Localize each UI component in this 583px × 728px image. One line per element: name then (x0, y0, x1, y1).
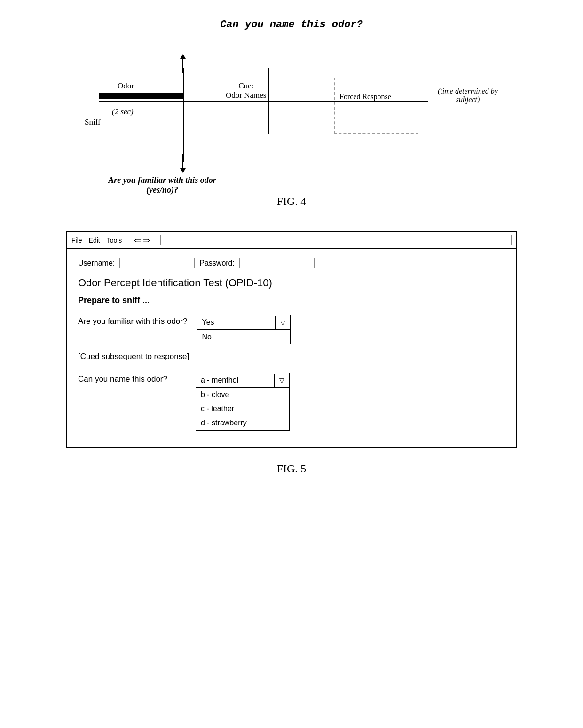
menu-edit[interactable]: Edit (89, 236, 100, 244)
name-dropdown-selected[interactable]: a - menthol ▽ (196, 373, 290, 388)
menu-file[interactable]: File (71, 236, 82, 244)
password-label: Password: (199, 259, 235, 267)
time-label: (time determined by subject) (428, 87, 508, 104)
duration-label: (2 sec) (112, 107, 134, 117)
arrow-up-top (180, 54, 186, 73)
odor-bar (99, 93, 183, 99)
name-option-d[interactable]: d - strawberry (196, 416, 289, 430)
forced-response-label: Forced Response (339, 93, 391, 101)
nav-forward-arrow[interactable]: ⇒ (143, 235, 150, 245)
fig4-caption: FIG. 4 (277, 195, 307, 208)
familiar-option-no[interactable]: No (197, 330, 290, 344)
odor-label: Odor (118, 81, 134, 91)
cue-label: Cue: Odor Names (226, 81, 266, 100)
browser-window: File Edit Tools ⇐ ⇒ Username: Password: … (66, 231, 517, 448)
familiar-selected-value: Yes (197, 315, 275, 329)
browser-content: Username: Password: Odor Percept Identif… (67, 249, 516, 447)
fig4-section: Can you name this odor? Odor (2 sec) Sni… (0, 0, 583, 231)
prepare-label: Prepare to sniff ... (78, 296, 505, 305)
familiar-question-label: Are you familiar with this odor? (78, 315, 187, 326)
familiar-question-row: Are you familiar with this odor? Yes ▽ N… (78, 315, 505, 344)
arrow-down-bot (180, 154, 186, 173)
login-row: Username: Password: (78, 258, 505, 268)
menu-items: File Edit Tools (71, 236, 122, 244)
fig4-diagram: Odor (2 sec) Sniff Cue: Odor Names Force… (80, 40, 503, 181)
name-dropdown-options: b - clove c - leather d - strawberry (196, 388, 290, 431)
password-input[interactable] (239, 258, 315, 268)
name-question-row: Can you name this odor? a - menthol ▽ b … (78, 373, 505, 431)
fig5-caption: FIG. 5 (277, 462, 307, 475)
familiar-dropdown-arrow-icon[interactable]: ▽ (275, 316, 290, 329)
app-title: Odor Percept Identification Test (OPID-1… (78, 277, 505, 289)
nav-arrows: ⇐ ⇒ (134, 235, 150, 245)
fig4-title: Can you name this odor? (220, 19, 363, 31)
cued-label: [Cued subsequent to response] (78, 352, 505, 361)
forced-response-box (334, 78, 418, 134)
fig5-section: File Edit Tools ⇐ ⇒ Username: Password: … (0, 231, 583, 494)
vline-right (268, 68, 269, 134)
vline-left (183, 68, 184, 162)
familiar-dropdown[interactable]: Yes ▽ No (197, 315, 291, 344)
name-selected-value: a - menthol (196, 373, 274, 387)
address-bar[interactable] (160, 235, 512, 245)
familiar-dropdown-options: No (197, 330, 291, 344)
browser-menubar: File Edit Tools ⇐ ⇒ (67, 232, 516, 249)
familiar-question-fig4: Are you familiar with this odor (yes/no)… (106, 175, 219, 195)
name-dropdown-arrow-icon[interactable]: ▽ (274, 374, 289, 387)
name-option-b[interactable]: b - clove (196, 388, 289, 402)
username-label: Username: (78, 259, 115, 267)
nav-back-arrow[interactable]: ⇐ (134, 235, 141, 245)
familiar-dropdown-selected[interactable]: Yes ▽ (197, 315, 291, 330)
name-dropdown[interactable]: a - menthol ▽ b - clove c - leather d - … (196, 373, 290, 431)
username-input[interactable] (119, 258, 195, 268)
name-question-label: Can you name this odor? (78, 373, 186, 384)
menu-tools[interactable]: Tools (107, 236, 122, 244)
sniff-label: Sniff (85, 117, 101, 127)
name-option-c[interactable]: c - leather (196, 402, 289, 416)
